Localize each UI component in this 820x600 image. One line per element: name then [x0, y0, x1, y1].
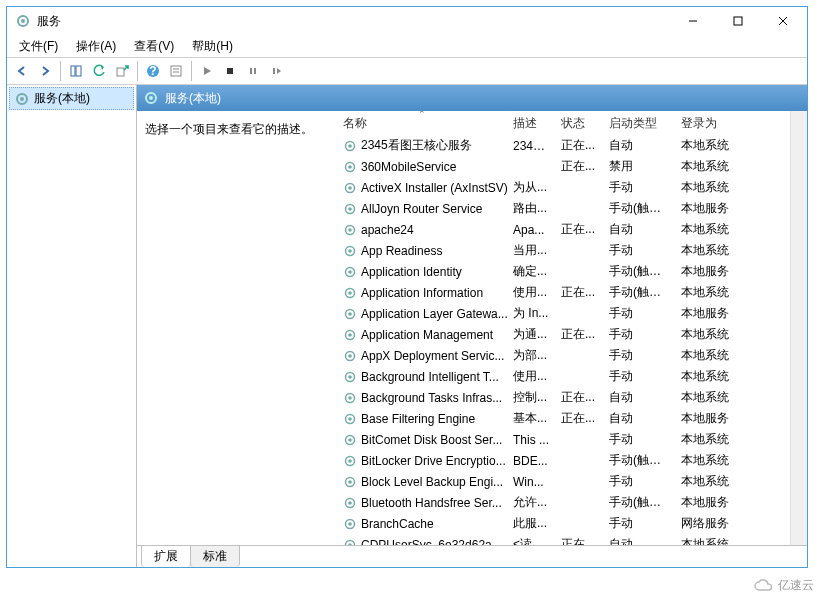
menu-help[interactable]: 帮助(H) — [184, 36, 241, 57]
column-description[interactable]: 描述 — [507, 111, 555, 135]
toolbar: ? — [7, 57, 807, 85]
svg-point-39 — [348, 312, 352, 316]
service-desc-cell: 此服... — [507, 515, 555, 532]
service-desc-cell: This ... — [507, 433, 555, 447]
svg-point-21 — [149, 96, 153, 100]
service-start-cell: 手动(触发... — [603, 200, 675, 217]
close-button[interactable] — [760, 7, 805, 35]
back-button[interactable] — [11, 60, 33, 82]
service-row[interactable]: apache24Apa...正在...自动本地系统 — [337, 219, 790, 240]
service-row[interactable]: CDPUserSvc_6e32d62a<读...正在...自动本地系统 — [337, 534, 790, 545]
service-row[interactable]: 360MobileService正在...禁用本地系统 — [337, 156, 790, 177]
service-start-cell: 手动 — [603, 305, 675, 322]
service-row[interactable]: Application Management为通...正在...手动本地系统 — [337, 324, 790, 345]
services-app-icon — [15, 13, 31, 29]
service-rows[interactable]: 2345看图王核心服务2345...正在...自动本地系统360MobileSe… — [337, 135, 790, 545]
service-row[interactable]: Bluetooth Handsfree Ser...允许...手动(触发...本… — [337, 492, 790, 513]
forward-button[interactable] — [34, 60, 56, 82]
service-start-cell: 手动(触发... — [603, 494, 675, 511]
service-name-cell: AppX Deployment Servic... — [337, 349, 507, 363]
service-row[interactable]: BitComet Disk Boost Ser...This ...手动本地系统 — [337, 429, 790, 450]
service-logon-cell: 本地系统 — [675, 368, 745, 385]
service-desc-cell: 为 In... — [507, 305, 555, 322]
column-logon-as[interactable]: 登录为 — [675, 111, 745, 135]
service-start-cell: 手动 — [603, 368, 675, 385]
menu-view[interactable]: 查看(V) — [126, 36, 182, 57]
maximize-button[interactable] — [715, 7, 760, 35]
service-row[interactable]: Background Tasks Infras...控制...正在...自动本地… — [337, 387, 790, 408]
service-logon-cell: 本地系统 — [675, 221, 745, 238]
help-button[interactable]: ? — [142, 60, 164, 82]
vertical-scrollbar[interactable] — [790, 111, 807, 545]
service-desc-cell: 确定... — [507, 263, 555, 280]
show-hide-tree-button[interactable] — [65, 60, 87, 82]
svg-rect-8 — [117, 68, 124, 76]
service-desc-cell: 为部... — [507, 347, 555, 364]
tree-pane: 服务(本地) — [7, 85, 137, 567]
service-state-cell: 正在... — [555, 137, 603, 154]
service-desc-cell: 使用... — [507, 368, 555, 385]
service-logon-cell: 本地系统 — [675, 536, 745, 545]
service-row[interactable]: AppX Deployment Servic...为部...手动本地系统 — [337, 345, 790, 366]
svg-rect-16 — [254, 68, 256, 74]
pause-service-button[interactable] — [242, 60, 264, 82]
service-state-cell: 正在... — [555, 221, 603, 238]
service-start-cell: 手动(触发... — [603, 263, 675, 280]
service-name-cell: Application Management — [337, 328, 507, 342]
column-startup-type[interactable]: 启动类型 — [603, 111, 675, 135]
column-state[interactable]: 状态 — [555, 111, 603, 135]
svg-point-31 — [348, 228, 352, 232]
service-row[interactable]: App Readiness当用...手动本地系统 — [337, 240, 790, 261]
menu-action[interactable]: 操作(A) — [68, 36, 124, 57]
service-row[interactable]: AllJoyn Router Service路由...手动(触发...本地服务 — [337, 198, 790, 219]
service-start-cell: 手动 — [603, 473, 675, 490]
service-name-cell: App Readiness — [337, 244, 507, 258]
stop-service-button[interactable] — [219, 60, 241, 82]
service-name-cell: CDPUserSvc_6e32d62a — [337, 538, 507, 546]
service-row[interactable]: BranchCache此服...手动网络服务 — [337, 513, 790, 534]
service-row[interactable]: Application Layer Gatewa...为 In...手动本地服务 — [337, 303, 790, 324]
export-list-button[interactable] — [111, 60, 133, 82]
gear-icon — [143, 90, 159, 106]
service-row[interactable]: Base Filtering Engine基本...正在...自动本地服务 — [337, 408, 790, 429]
service-name-cell: Background Tasks Infras... — [337, 391, 507, 405]
svg-point-53 — [348, 459, 352, 463]
bottom-tabs: 扩展 标准 — [137, 545, 807, 567]
svg-point-35 — [348, 270, 352, 274]
service-row[interactable]: Background Intelligent T...使用...手动本地系统 — [337, 366, 790, 387]
service-desc-cell: 路由... — [507, 200, 555, 217]
tab-standard[interactable]: 标准 — [190, 545, 240, 567]
svg-rect-14 — [227, 68, 233, 74]
window-title: 服务 — [37, 13, 670, 30]
minimize-button[interactable] — [670, 7, 715, 35]
menu-file[interactable]: 文件(F) — [11, 36, 66, 57]
svg-rect-11 — [171, 66, 181, 76]
svg-rect-15 — [250, 68, 252, 74]
service-row[interactable]: ActiveX Installer (AxInstSV)为从...手动本地系统 — [337, 177, 790, 198]
watermark: 亿速云 — [754, 577, 814, 594]
service-row[interactable]: 2345看图王核心服务2345...正在...自动本地系统 — [337, 135, 790, 156]
service-start-cell: 手动 — [603, 179, 675, 196]
service-name-cell: Background Intelligent T... — [337, 370, 507, 384]
service-row[interactable]: Application Identity确定...手动(触发...本地服务 — [337, 261, 790, 282]
tree-root-services-local[interactable]: 服务(本地) — [9, 87, 134, 110]
svg-point-23 — [348, 144, 352, 148]
service-desc-cell: 2345... — [507, 139, 555, 153]
properties-button[interactable] — [165, 60, 187, 82]
column-headers: 名称 描述 状态 启动类型 登录为 — [337, 111, 790, 135]
restart-service-button[interactable] — [265, 60, 287, 82]
service-logon-cell: 本地系统 — [675, 473, 745, 490]
service-desc-cell: 允许... — [507, 494, 555, 511]
service-desc-cell: 使用... — [507, 284, 555, 301]
start-service-button[interactable] — [196, 60, 218, 82]
service-logon-cell: 本地服务 — [675, 410, 745, 427]
service-desc-cell: 为从... — [507, 179, 555, 196]
service-row[interactable]: BitLocker Drive Encryptio...BDE...手动(触发.… — [337, 450, 790, 471]
refresh-button[interactable] — [88, 60, 110, 82]
service-state-cell: 正在... — [555, 410, 603, 427]
tab-extended[interactable]: 扩展 — [141, 545, 191, 567]
service-row[interactable]: Application Information使用...正在...手动(触发..… — [337, 282, 790, 303]
column-name[interactable]: 名称 — [337, 111, 507, 135]
service-name-cell: apache24 — [337, 223, 507, 237]
service-row[interactable]: Block Level Backup Engi...Win...手动本地系统 — [337, 471, 790, 492]
